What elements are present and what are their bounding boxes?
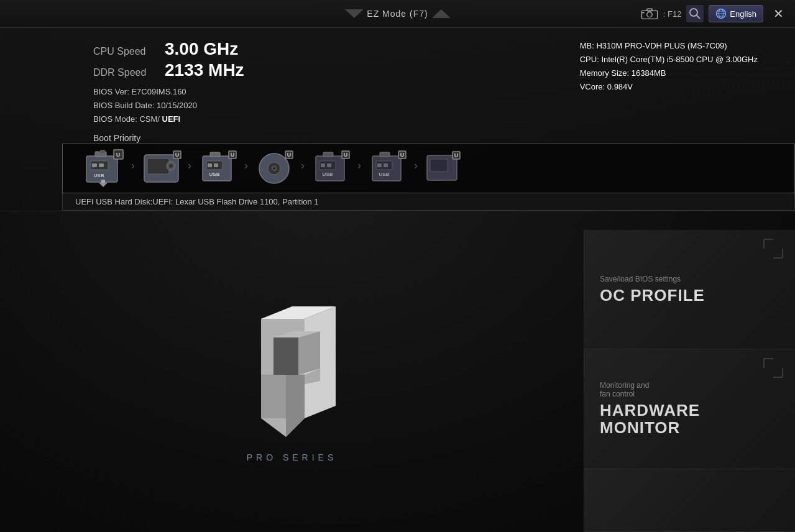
usb-drive-icon-1: USB U xyxy=(81,149,125,189)
svg-rect-17 xyxy=(99,163,104,167)
arrow-3: › xyxy=(244,159,248,172)
boot-priority-label: Boot Priority xyxy=(93,132,140,144)
bottom-half: PRO SERIES Save/load BIOS settings OC PR… xyxy=(0,230,795,532)
cpu-speed-label: CPU Speed xyxy=(93,46,155,57)
svg-text:U: U xyxy=(175,152,180,158)
boot-device-1[interactable]: USB U xyxy=(81,149,125,189)
svg-marker-70 xyxy=(261,375,286,418)
usb-icon-2: USB U xyxy=(198,150,238,187)
arrow-1: › xyxy=(131,159,135,172)
usb-icon-4: USB U xyxy=(367,150,408,187)
pro-series-label: PRO SERIES xyxy=(247,452,338,462)
bios-mode-value: CSM/ xyxy=(139,114,160,124)
ddr-speed-label: DDR Speed xyxy=(93,67,155,78)
system-info-panel: CPU Speed 3.00 GHz DDR Speed 2133 MHz BI… xyxy=(0,28,795,211)
hw-monitor-subtitle: Monitoring and fan control xyxy=(600,381,779,398)
notch-icon xyxy=(344,9,363,18)
cpu-line: CPU: Intel(R) Core(TM) i5-8500 CPU @ 3.0… xyxy=(580,53,758,66)
svg-text:U: U xyxy=(287,152,292,158)
mb-value: H310M PRO-VDH PLUS (MS-7C09) xyxy=(596,41,727,50)
arrow-5: › xyxy=(357,159,361,172)
svg-rect-56 xyxy=(380,152,390,157)
bios-mode-label: BIOS Mode: xyxy=(93,114,137,124)
camera-icon xyxy=(641,7,658,20)
corner-decoration-1 xyxy=(761,236,786,261)
svg-rect-48 xyxy=(323,152,333,157)
arrow-2: › xyxy=(188,159,191,172)
svg-point-3 xyxy=(647,12,652,17)
svg-point-41 xyxy=(273,167,275,170)
oc-profile-title: OC PROFILE xyxy=(600,287,779,305)
hw-monitor-button[interactable]: Monitoring and fan control HARDWAREMONIT… xyxy=(584,349,795,469)
boot-device-3[interactable]: USB U xyxy=(198,150,238,187)
cpu-value: Intel(R) Core(TM) i5-8500 CPU @ 3.00GHz xyxy=(601,55,758,64)
ddr-speed-row: DDR Speed 2133 MHz xyxy=(93,60,244,80)
notch-icon-right xyxy=(432,9,451,18)
svg-rect-25 xyxy=(147,158,169,174)
svg-rect-33 xyxy=(214,163,218,167)
language-button[interactable]: English xyxy=(709,5,763,22)
svg-text:USB: USB xyxy=(94,173,104,178)
boot-device-4[interactable]: U xyxy=(254,150,295,187)
ez-mode-label[interactable]: EZ Mode (F7) xyxy=(367,9,428,19)
hdd-icon: U xyxy=(141,150,182,187)
svg-rect-5 xyxy=(642,12,645,13)
vcore-label: VCore: xyxy=(580,82,605,91)
main-content: CPU Speed 3.00 GHz DDR Speed 2133 MHz BI… xyxy=(0,28,795,532)
svg-rect-19 xyxy=(100,150,105,153)
svg-text:U: U xyxy=(231,152,235,158)
bios-build-line: BIOS Build Date: 10/15/2020 xyxy=(93,99,244,112)
svg-marker-0 xyxy=(344,9,363,18)
right-panel: Save/load BIOS settings OC PROFILE Monit… xyxy=(584,230,795,532)
svg-rect-47 xyxy=(327,163,331,167)
oc-profile-button[interactable]: Save/load BIOS settings OC PROFILE xyxy=(584,230,795,349)
bios-mode-line: BIOS Mode: CSM/ UEFI xyxy=(93,112,244,126)
top-bar: EZ Mode (F7) : F12 xyxy=(0,0,795,28)
bios-ver-label: BIOS Ver: xyxy=(93,87,129,96)
svg-text:U: U xyxy=(116,152,121,158)
arrow-4: › xyxy=(301,159,305,172)
svg-rect-32 xyxy=(208,163,212,167)
svg-text:USB: USB xyxy=(379,172,390,177)
boot-label-text: UEFI USB Hard Disk:UEFI: Lexar USB Flash… xyxy=(75,197,319,206)
svg-rect-61 xyxy=(430,159,448,172)
svg-rect-6 xyxy=(686,5,704,22)
screenshot-label: : F12 xyxy=(663,9,682,19)
boot-device-5[interactable]: USB U xyxy=(311,150,351,187)
boot-label-row: UEFI USB Hard Disk:UEFI: Lexar USB Flash… xyxy=(62,193,795,211)
svg-text:USB: USB xyxy=(323,172,333,177)
third-panel-item[interactable] xyxy=(584,469,795,533)
svg-rect-54 xyxy=(377,163,382,167)
boot-priority-text: Boot Priority xyxy=(93,133,140,143)
bios-build-label: BIOS Build Date: xyxy=(93,101,154,110)
memory-line: Memory Size: 16384MB xyxy=(580,66,758,80)
corner-decoration-2 xyxy=(761,355,786,380)
close-button[interactable]: ✕ xyxy=(768,5,789,22)
arrow-6: › xyxy=(414,159,418,172)
globe-icon xyxy=(715,8,727,19)
bios-build-value: 10/15/2020 xyxy=(157,101,197,110)
boot-device-7[interactable]: U xyxy=(424,150,461,186)
bios-mode-uefi: UEFI xyxy=(162,114,181,124)
svg-rect-4 xyxy=(647,9,652,11)
cpu-label: CPU: xyxy=(580,55,599,64)
svg-marker-71 xyxy=(286,375,305,437)
boot-priority-bar: USB U › U › xyxy=(62,144,795,193)
cd-icon: U xyxy=(254,150,295,187)
svg-text:USB: USB xyxy=(209,172,220,177)
top-bar-right: : F12 English ✕ xyxy=(641,5,789,22)
hdd-icon-2: U xyxy=(424,150,461,186)
svg-rect-34 xyxy=(210,152,220,157)
top-bar-center: EZ Mode (F7) xyxy=(344,9,450,19)
logo-area: PRO SERIES xyxy=(0,230,584,532)
mb-label: MB: xyxy=(580,41,594,50)
svg-point-27 xyxy=(169,164,173,168)
search-icon[interactable] xyxy=(686,5,704,22)
boot-device-6[interactable]: USB U xyxy=(367,150,408,187)
svg-text:U: U xyxy=(344,152,348,158)
boot-device-2[interactable]: U xyxy=(141,150,182,187)
vcore-value: 0.984V xyxy=(607,82,633,91)
svg-rect-16 xyxy=(92,163,97,167)
oc-profile-subtitle: Save/load BIOS settings xyxy=(600,275,779,283)
svg-text:U: U xyxy=(454,152,459,158)
